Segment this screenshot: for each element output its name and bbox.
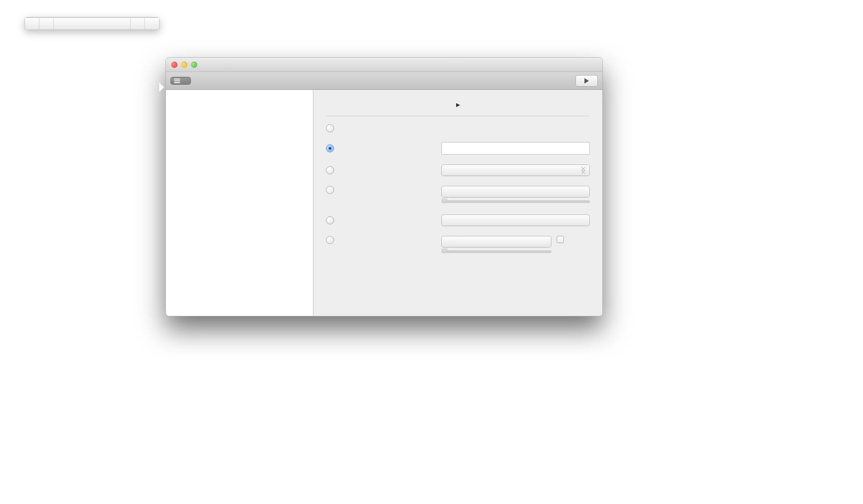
move-mouse-label[interactable]: [326, 186, 436, 194]
chevron-right-icon: ▸: [455, 100, 461, 109]
mappings-popover: [25, 17, 160, 30]
popover-pointer: [159, 82, 164, 92]
smooth-checkbox[interactable]: [557, 236, 564, 243]
switch-mapping-radio[interactable]: [326, 166, 334, 174]
move-mouse-radio[interactable]: [326, 186, 334, 194]
move-down-button[interactable]: [145, 18, 159, 29]
option-press-key: [326, 142, 590, 155]
option-scroll-mouse: [326, 236, 590, 255]
close-window-button[interactable]: [171, 62, 178, 68]
remove-mapping-button[interactable]: [39, 18, 54, 29]
switch-mapping-label[interactable]: [326, 166, 436, 174]
detail-header: ▸: [326, 100, 590, 116]
add-mapping-button[interactable]: [25, 18, 39, 29]
input-tree[interactable]: [166, 90, 313, 316]
mapping-toolbar: [25, 17, 159, 29]
traffic-lights: [171, 62, 197, 68]
press-mouse-radio[interactable]: [326, 216, 334, 224]
option-switch-mapping: [326, 164, 590, 176]
mouse-button-segment[interactable]: [441, 214, 590, 226]
play-button[interactable]: [575, 75, 598, 87]
zoom-window-button[interactable]: [191, 62, 197, 68]
mapping-selector-button[interactable]: [170, 77, 191, 85]
detail-pane: ▸: [313, 90, 602, 316]
scroll-speed-slider[interactable]: [441, 248, 551, 255]
toolbar-spacer: [54, 18, 131, 29]
move-speed-slider[interactable]: [441, 198, 590, 205]
play-icon: [584, 78, 589, 84]
menu-icon: [174, 79, 180, 83]
move-direction-segment[interactable]: [441, 186, 590, 197]
scroll-mouse-label[interactable]: [326, 236, 436, 244]
press-key-radio[interactable]: [326, 144, 334, 152]
press-key-label[interactable]: [326, 144, 436, 152]
option-do-nothing: [326, 124, 590, 132]
scroll-mouse-radio[interactable]: [326, 236, 334, 244]
main-window: ▸: [165, 57, 603, 316]
do-nothing-radio[interactable]: [326, 124, 334, 132]
do-nothing-label[interactable]: [326, 124, 436, 132]
minimize-window-button[interactable]: [181, 62, 187, 68]
toolbar: [166, 72, 602, 90]
switch-mapping-dropdown[interactable]: [441, 164, 590, 176]
titlebar[interactable]: [166, 58, 602, 72]
scroll-direction-segment[interactable]: [441, 236, 551, 248]
option-move-mouse: [326, 186, 590, 205]
move-up-button[interactable]: [131, 18, 145, 29]
option-press-mouse: [326, 214, 590, 226]
smooth-checkbox-label[interactable]: [557, 236, 567, 243]
key-field[interactable]: [441, 142, 590, 155]
press-mouse-label[interactable]: [326, 216, 436, 224]
